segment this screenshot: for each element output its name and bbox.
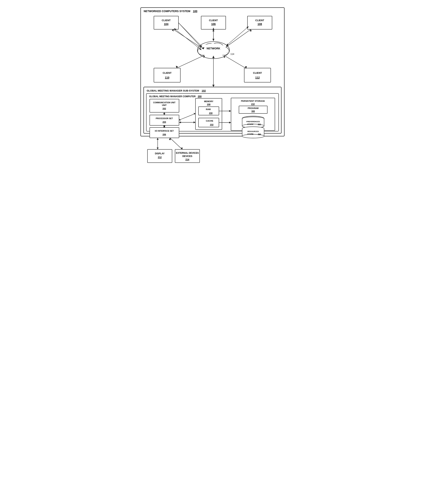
client-112-num: 112 [255, 76, 260, 79]
cache-label: CACHE [206, 120, 213, 122]
svg-text:114: 114 [231, 53, 234, 55]
svg-marker-81 [169, 138, 171, 140]
comm-unit-num: 202 [162, 108, 166, 110]
ram-label: RAM [206, 108, 211, 110]
svg-text:304: 304 [258, 133, 261, 135]
ext-devices-label: EXTERNAL DEVICES [176, 152, 198, 154]
svg-rect-47 [198, 118, 219, 127]
svg-text:RESOURCES: RESOURCES [247, 130, 259, 132]
gmm-computer-title: GLOBAL MEETING MANAGER COMPUTER 200 [149, 95, 202, 98]
svg-point-9 [200, 43, 227, 57]
svg-text:STORE: STORE [247, 123, 253, 125]
svg-marker-77 [157, 148, 159, 150]
svg-text:STORE: STORE [247, 133, 253, 135]
processor-num: 204 [162, 121, 166, 123]
client-108-label: CLIENT [255, 19, 264, 22]
svg-text:~: ~ [227, 51, 228, 54]
io-num: 206 [162, 133, 166, 136]
memory-num: 208 [207, 103, 210, 106]
svg-text:UNIT: UNIT [162, 104, 166, 106]
diagram-wrapper: NETWORKED COMPUTERS SYSTEM 100 CLIENT 10… [137, 4, 284, 194]
client-108-num: 108 [257, 23, 262, 25]
svg-text:DEVICES: DEVICES [182, 155, 192, 157]
svg-rect-46 [198, 107, 219, 115]
svg-rect-44 [150, 127, 179, 138]
client-106-label: CLIENT [209, 19, 218, 22]
client-110-label: CLIENT [163, 72, 172, 74]
comm-unit-label: COMMUNICATION UNIT [153, 101, 175, 104]
client-110-num: 110 [165, 76, 169, 79]
cache-num: 232 [210, 124, 213, 126]
svg-text:NETWORK: NETWORK [207, 47, 220, 50]
svg-text:302: 302 [258, 123, 261, 125]
persistent-label: PERSISTENT STORAGE [241, 100, 265, 102]
svg-marker-78 [157, 138, 159, 140]
svg-text:PREFERENCES: PREFERENCES [246, 120, 260, 123]
client-104-num: 104 [164, 23, 168, 25]
ram-num: 230 [209, 112, 212, 114]
memory-label: MEMORY [204, 100, 213, 102]
program-num: 300 [251, 110, 255, 112]
client-112-label: CLIENT [253, 72, 262, 74]
ext-devices-num: 214 [185, 158, 189, 161]
subsystem-title: GLOBAL MEETING MANAGER SUB-SYSTEM 102 [147, 89, 206, 92]
system-title: NETWORKED COMPUTERS SYSTEM 100 [144, 10, 197, 13]
display-label: DISPLAY [155, 152, 165, 155]
svg-rect-43 [150, 115, 179, 125]
svg-rect-29 [244, 68, 271, 82]
client-106-num: 106 [211, 23, 216, 25]
client-104-label: CLIENT [162, 19, 171, 22]
program-label: PROGRAM [248, 107, 258, 109]
full-diagram-svg: NETWORKED COMPUTERS SYSTEM 100 CLIENT 10… [139, 6, 286, 191]
display-num: 212 [158, 156, 161, 159]
svg-line-79 [170, 138, 182, 150]
processor-label: PROCESSOR SET [156, 117, 173, 120]
persistent-num: 210 [251, 103, 255, 105]
io-label: I/O INTERFACE SET [155, 130, 174, 132]
svg-rect-28 [154, 68, 180, 82]
